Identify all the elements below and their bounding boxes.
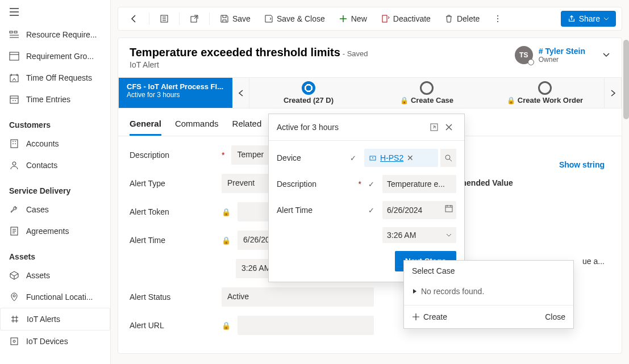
close-button[interactable]: Close (545, 312, 565, 321)
save-close-button[interactable]: Save & Close (259, 11, 331, 27)
flyout-device-label: Device (277, 153, 334, 162)
lock-icon: 🔒 (222, 321, 231, 330)
label-description: Description (130, 150, 169, 160)
tab-related[interactable]: Related (232, 114, 262, 136)
caret-right-icon (412, 288, 418, 294)
group-customers: Customers (0, 110, 110, 133)
header-chevron[interactable] (602, 51, 610, 59)
lock-icon: 🔒 (222, 208, 231, 216)
nav-accounts[interactable]: Accounts (0, 133, 110, 154)
stage-indicator-icon (420, 81, 434, 95)
nav-label: Requirement Gro... (26, 52, 94, 61)
flyout-time-label: Alert Time (277, 206, 334, 215)
label-alert-type: Alert Type (130, 179, 165, 188)
nav-func-loc[interactable]: Functional Locati... (0, 286, 110, 308)
hamburger-menu[interactable] (0, 0, 110, 24)
entity-type: IoT Alert (130, 60, 515, 69)
lock-icon: 🔒 (400, 97, 409, 104)
save-button[interactable]: Save (214, 11, 256, 27)
saved-indicator: - Saved (343, 49, 368, 58)
flyout-desc-label: Description (277, 179, 334, 189)
required-icon: * (359, 179, 361, 189)
flyout-desc-value[interactable]: Temperature e... (382, 175, 456, 193)
svg-rect-13 (382, 15, 387, 22)
check-icon: ✓ (368, 206, 374, 215)
open-new-window[interactable] (184, 11, 205, 27)
flyout-device-value[interactable]: H-PS2 ✕ (364, 149, 438, 167)
svg-point-10 (13, 340, 15, 342)
share-button[interactable]: Share (561, 11, 616, 27)
bpf-title[interactable]: CFS - IoT Alert Process Fl... Active for… (119, 78, 232, 108)
nav-iot-devices[interactable]: IoT Devices (0, 330, 110, 352)
owner-field[interactable]: TS # Tyler Stein Owner (515, 46, 610, 64)
nav-agreements[interactable]: Agreements (0, 220, 110, 242)
group-icon (9, 51, 19, 61)
stage-created[interactable]: Created (27 D) (249, 78, 368, 108)
stage-create-case[interactable]: 🔒Create Case (368, 78, 486, 108)
svg-point-15 (497, 18, 498, 19)
calendar-icon[interactable] (445, 204, 453, 212)
nav-contacts[interactable]: Contacts (0, 154, 110, 176)
new-button[interactable]: New (333, 11, 373, 27)
more-commands[interactable] (488, 11, 508, 27)
calendar-icon (9, 94, 19, 104)
search-button[interactable] (440, 149, 456, 167)
tab-general[interactable]: General (130, 114, 161, 136)
owner-link[interactable]: # Tyler Stein (539, 47, 585, 56)
show-string-link[interactable]: Show string (559, 160, 605, 169)
svg-point-19 (372, 157, 373, 158)
nav-cases[interactable]: Cases (0, 199, 110, 220)
svg-rect-4 (10, 96, 18, 103)
page-title: Temperature exceeded threshold limits (130, 46, 340, 58)
back-button[interactable] (124, 11, 144, 27)
create-button[interactable]: Create (412, 312, 447, 321)
svg-point-16 (497, 21, 498, 22)
stage-create-wo[interactable]: 🔒Create Work Order (486, 78, 604, 108)
business-process-flow: CFS - IoT Alert Process Fl... Active for… (118, 77, 622, 108)
input-alert-status[interactable]: Active (222, 287, 374, 307)
svg-rect-5 (11, 140, 18, 148)
owner-label: Owner (539, 56, 585, 64)
lock-icon: 🔒 (222, 236, 231, 245)
nav-time-off[interactable]: Time Off Requests (0, 67, 110, 89)
device-icon (369, 154, 377, 162)
nav-assets[interactable]: Assets (0, 265, 110, 286)
box-icon (9, 270, 19, 281)
deactivate-button[interactable]: Deactivate (375, 11, 436, 27)
group-servicedelivery: Service Delivery (0, 176, 110, 199)
people-icon (9, 30, 19, 40)
bpf-nav-right[interactable] (604, 78, 621, 108)
check-icon: ✓ (368, 180, 374, 189)
building-icon (9, 139, 19, 149)
remove-icon[interactable]: ✕ (407, 153, 414, 162)
nav-iot-alerts[interactable]: IoT Alerts (0, 308, 110, 330)
group-assets: Assets (0, 242, 110, 265)
nav-time-entries[interactable]: Time Entries (0, 89, 110, 110)
nav-label: Assets (26, 271, 50, 280)
stage-indicator-icon (538, 81, 552, 95)
location-icon (9, 292, 19, 302)
dock-icon[interactable] (427, 120, 441, 135)
flyout-date-value[interactable]: 6/26/2024 (382, 201, 456, 219)
label-alert-status: Alert Status (130, 292, 170, 302)
bpf-nav-left[interactable] (232, 78, 249, 108)
flyout-time-value[interactable]: 3:26 AM (382, 227, 456, 243)
nav-label: IoT Alerts (27, 315, 60, 324)
svg-point-14 (497, 15, 498, 16)
svg-rect-1 (14, 31, 17, 33)
dropdown-title: Select Case (404, 261, 573, 281)
nav-req-groups[interactable]: Requirement Gro... (0, 45, 110, 67)
svg-point-20 (445, 155, 450, 160)
tab-commands[interactable]: Commands (175, 114, 219, 136)
required-icon: * (222, 150, 224, 160)
sidebar: Resource Require... Requirement Gro... T… (0, 0, 111, 364)
select-case-dropdown: Select Case No records found. Create Clo… (403, 260, 574, 329)
form-selector[interactable] (154, 11, 174, 27)
delete-button[interactable]: Delete (439, 11, 485, 27)
nav-label: Cases (26, 205, 49, 214)
nav-label: Time Entries (26, 95, 70, 104)
nav-label: Functional Locati... (26, 292, 93, 302)
nav-label: Time Off Requests (26, 73, 92, 82)
close-icon[interactable] (441, 120, 456, 135)
nav-resource-req[interactable]: Resource Require... (0, 24, 110, 45)
